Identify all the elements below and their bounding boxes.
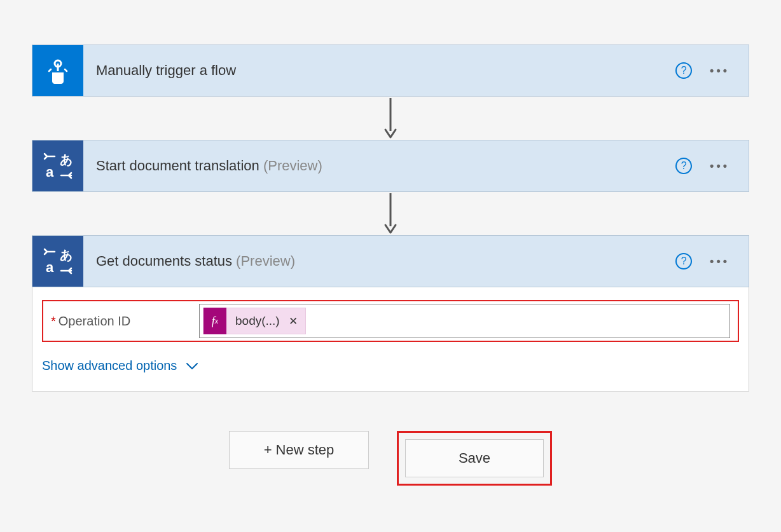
- preview-badge: (Preview): [259, 158, 322, 174]
- trigger-icon: [32, 45, 83, 96]
- bottom-actions: + New step Save: [229, 431, 552, 486]
- trigger-title: Manually trigger a flow: [83, 62, 675, 79]
- status-card-body: *Operation ID fx body(...) ✕ Show advanc…: [32, 287, 749, 392]
- svg-line-3: [65, 69, 67, 71]
- param-label-text: Operation ID: [59, 314, 130, 328]
- status-title: Get documents status (Preview): [83, 253, 675, 269]
- save-highlight: Save: [397, 431, 552, 486]
- card-actions: ? •••: [675, 158, 749, 174]
- help-icon[interactable]: ?: [675, 158, 692, 174]
- expression-token[interactable]: fx body(...) ✕: [203, 308, 306, 334]
- svg-text:a: a: [46, 164, 54, 180]
- token-wrapper: fx body(...) ✕: [199, 308, 306, 334]
- status-card-header[interactable]: あ a Get documents status (Preview) ? •••: [32, 235, 749, 287]
- svg-text:あ: あ: [60, 248, 73, 262]
- help-icon[interactable]: ?: [675, 253, 692, 269]
- ellipsis-icon[interactable]: •••: [710, 160, 729, 173]
- svg-line-2: [49, 69, 51, 71]
- token-remove-icon[interactable]: ✕: [289, 315, 305, 328]
- fx-icon: fx: [204, 308, 226, 334]
- ellipsis-icon[interactable]: •••: [710, 255, 729, 268]
- translator-icon: あ a: [32, 140, 83, 191]
- card-actions: ? •••: [675, 253, 749, 269]
- ellipsis-icon[interactable]: •••: [710, 64, 729, 78]
- card-actions: ? •••: [675, 62, 749, 79]
- preview-badge: (Preview): [232, 253, 295, 269]
- save-button[interactable]: Save: [405, 439, 544, 477]
- advanced-label: Show advanced options: [42, 358, 177, 373]
- token-text: body(...): [226, 314, 289, 328]
- flow-canvas: Manually trigger a flow ? ••• あ a Start …: [0, 19, 781, 486]
- operation-id-input-area: fx body(...) ✕: [199, 308, 730, 334]
- svg-text:あ: あ: [60, 153, 73, 167]
- trigger-card[interactable]: Manually trigger a flow ? •••: [32, 44, 749, 97]
- operation-id-row: *Operation ID fx body(...) ✕: [42, 300, 739, 342]
- translator-icon: あ a: [32, 236, 83, 287]
- show-advanced-link[interactable]: Show advanced options: [32, 342, 749, 391]
- required-indicator: *: [51, 314, 56, 328]
- translate-title-text: Start document translation: [96, 158, 259, 174]
- operation-id-label: *Operation ID: [43, 314, 199, 329]
- help-icon[interactable]: ?: [675, 62, 692, 79]
- translate-title: Start document translation (Preview): [83, 158, 675, 174]
- svg-text:a: a: [46, 259, 54, 275]
- arrow-connector: [383, 97, 398, 140]
- chevron-down-icon: [186, 362, 198, 370]
- translate-card[interactable]: あ a Start document translation (Preview)…: [32, 140, 749, 192]
- new-step-button[interactable]: + New step: [229, 431, 369, 469]
- status-title-text: Get documents status: [96, 253, 232, 269]
- arrow-connector: [383, 192, 398, 235]
